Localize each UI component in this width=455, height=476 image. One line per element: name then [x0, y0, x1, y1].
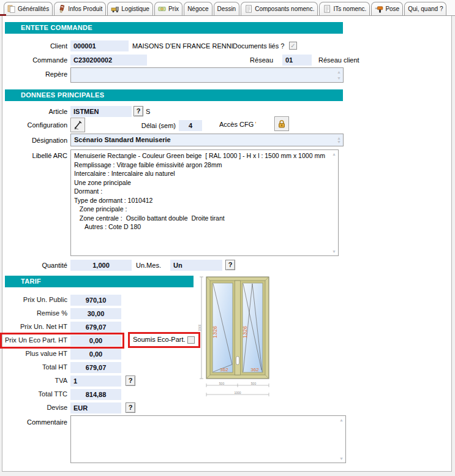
scroll-up-icon[interactable]: ▲ [339, 418, 344, 422]
dim-bottom-right-text: 362 [250, 367, 259, 372]
tarif-row-label: Prix Un. Net HT [1, 323, 67, 330]
dim-width-left-text: 500 [219, 382, 225, 385]
tarif-row-field[interactable]: EUR [70, 402, 121, 414]
tab-label: ITs nomenc. [333, 6, 366, 12]
dim-width-right-text: 500 [251, 382, 257, 385]
tarif-row-label: Prix Un. Public [1, 296, 67, 303]
tarif-row-field[interactable]: 30,00 [70, 308, 121, 319]
commentaire-textarea[interactable]: ▲ ▼ [70, 415, 346, 463]
drill-icon [375, 5, 383, 13]
tarif-row: Total HT679,07 [5, 362, 207, 373]
tarif-row-field[interactable]: 679,07 [70, 322, 121, 333]
tarif-rows: Prix Un. Public970,10Remise %30,00Prix U… [5, 0, 213, 429]
tarif-row: Remise %30,00 [5, 308, 207, 319]
soumis-eco-part-box: Soumis Eco-Part. [128, 332, 200, 348]
acces-cfg-label: Accès CFG Wi [219, 121, 256, 128]
tab-label: Composants nomenc. [255, 6, 314, 12]
tab-pose[interactable]: Pose [371, 2, 403, 15]
soumis-eco-part-checkbox[interactable] [187, 336, 195, 344]
tab-qui-quand[interactable]: Qui, quand ? [404, 2, 446, 15]
window-drawing: 1500 1326 1326 362 362 500 500 1000 [198, 273, 281, 402]
tab-its-nomenc[interactable]: ITs nomenc. [319, 2, 370, 15]
scroll-down-icon[interactable]: ▼ [339, 456, 344, 461]
help-button[interactable]: ? [126, 402, 135, 413]
commentaire-label: Commentaire [5, 418, 67, 426]
scroll-up-icon[interactable]: ▲ [332, 152, 336, 156]
tarif-row-label: Remise % [1, 309, 67, 317]
tarif-row-label: TVA [1, 377, 67, 384]
dim-bottom-left-text: 362 [220, 367, 228, 372]
tarif-row-field[interactable]: 0,00 [70, 349, 121, 360]
tarif-row-label: Plus value HT [1, 350, 67, 357]
documents-lies-checkbox[interactable]: ✓ [289, 42, 297, 50]
dim-height-text: 1500 [198, 324, 201, 331]
reseau-label: Réseau [220, 56, 273, 64]
tarif-row-field[interactable]: 679,07 [70, 362, 121, 373]
reseau-field[interactable]: 01 [282, 55, 312, 66]
scroll-down-icon[interactable]: ▼ [337, 140, 341, 144]
reseau-client-text: Réseau client [318, 56, 359, 64]
tarif-row-field[interactable]: 0,00 [70, 335, 121, 346]
tab-dessin[interactable]: Dessin [214, 2, 240, 15]
tab-composants-nomenc[interactable]: Composants nomenc. [241, 2, 318, 15]
scroll-down-icon[interactable]: ▼ [337, 76, 341, 80]
documents-lies-label: Documents liés ? [233, 42, 284, 50]
help-button[interactable]: ? [126, 376, 135, 386]
tarif-row: Total TTC814,88 [5, 389, 207, 400]
unmes-help-button[interactable]: ? [225, 260, 235, 270]
tarif-row-field[interactable]: 1 [70, 376, 121, 387]
tarif-row: TVA1? [5, 376, 207, 387]
tarif-row: Prix Un. Net HT679,07 [5, 322, 207, 333]
tarif-row: Plus value HT0,00 [5, 349, 207, 360]
tarif-row-field[interactable]: 970,10 [70, 295, 121, 306]
tab-label: Qui, quand ? [408, 6, 443, 12]
tarif-row-label: Total TTC [1, 390, 67, 398]
tab-label: Pose [385, 6, 399, 12]
tarif-row: DeviseEUR? [5, 402, 207, 414]
dim-total-width-text: 1000 [234, 391, 241, 395]
tab-label: Dessin [217, 6, 236, 12]
soumis-eco-part-label: Soumis Eco-Part. [133, 336, 186, 343]
tarif-row-label: Total HT [1, 363, 67, 371]
doc-icon [323, 5, 331, 13]
tarif-row-label: Devise [1, 404, 67, 411]
acces-cfg-lock-button[interactable] [274, 116, 289, 131]
check-icon: ✓ [290, 42, 295, 49]
doc-icon [244, 5, 253, 13]
scroll-down-icon[interactable]: ▼ [332, 249, 336, 254]
tarif-row-field[interactable]: 814,88 [70, 389, 121, 400]
tarif-row-label: Prix Un Eco Part. HT [1, 336, 67, 344]
tarif-row: Prix Un. Public970,10 [5, 295, 207, 306]
scroll-up-icon[interactable]: ▲ [337, 70, 341, 74]
lock-icon [277, 119, 287, 129]
dim-sash-right-text: 1326 [242, 326, 248, 338]
dim-sash-left-text: 1326 [212, 326, 218, 338]
